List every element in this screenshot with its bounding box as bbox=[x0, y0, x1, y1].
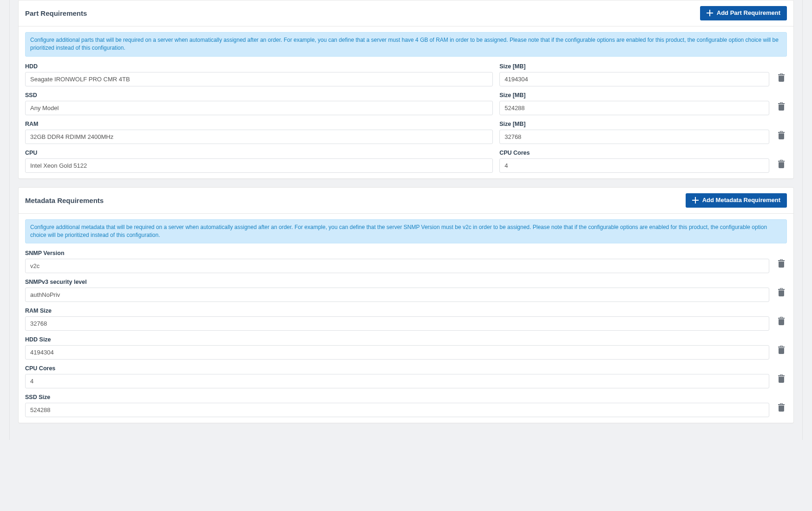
add-metadata-requirement-button[interactable]: Add Metadata Requirement bbox=[686, 193, 787, 208]
delete-metadata-button[interactable] bbox=[776, 373, 787, 385]
part-size-label: Size [MB] bbox=[499, 63, 769, 70]
delete-part-button[interactable] bbox=[776, 129, 787, 141]
part-type-label: SSD bbox=[25, 92, 493, 98]
metadata-label: HDD Size bbox=[25, 336, 769, 343]
part-row: RAM Size [MB] bbox=[25, 121, 787, 144]
part-info-box: Configure additional parts that will be … bbox=[25, 32, 787, 57]
trash-icon bbox=[778, 102, 785, 111]
part-type-input[interactable] bbox=[25, 101, 493, 115]
metadata-info-box: Configure additional metadata that will … bbox=[25, 219, 787, 244]
panel-header: Part Requirements Add Part Requirement bbox=[19, 0, 793, 26]
info-text: Configure additional metadata that will … bbox=[30, 224, 533, 230]
part-row: SSD Size [MB] bbox=[25, 92, 787, 115]
metadata-row: SSD Size bbox=[25, 394, 787, 417]
part-size-input[interactable] bbox=[499, 130, 769, 144]
trash-icon bbox=[778, 73, 785, 82]
delete-part-button[interactable] bbox=[776, 100, 787, 112]
part-type-input[interactable] bbox=[25, 130, 493, 144]
part-row: HDD Size [MB] bbox=[25, 63, 787, 86]
metadata-input[interactable] bbox=[25, 316, 769, 331]
part-size-input[interactable] bbox=[499, 72, 769, 86]
metadata-input[interactable] bbox=[25, 374, 769, 388]
delete-metadata-button[interactable] bbox=[776, 344, 787, 356]
trash-icon bbox=[778, 160, 785, 168]
part-type-input[interactable] bbox=[25, 72, 493, 86]
metadata-label: SSD Size bbox=[25, 394, 769, 400]
plus-icon bbox=[707, 10, 713, 16]
trash-icon bbox=[778, 259, 785, 268]
info-text: Configure additional parts that will be … bbox=[30, 37, 510, 43]
trash-icon bbox=[778, 403, 785, 412]
metadata-input[interactable] bbox=[25, 288, 769, 302]
part-size-label: Size [MB] bbox=[499, 121, 769, 127]
part-type-input[interactable] bbox=[25, 158, 493, 173]
add-part-requirement-button[interactable]: Add Part Requirement bbox=[700, 6, 787, 20]
metadata-label: CPU Cores bbox=[25, 365, 769, 372]
part-type-label: HDD bbox=[25, 63, 493, 70]
part-type-label: RAM bbox=[25, 121, 493, 127]
metadata-input[interactable] bbox=[25, 345, 769, 360]
metadata-label: RAM Size bbox=[25, 308, 769, 314]
delete-part-button[interactable] bbox=[776, 158, 787, 170]
trash-icon bbox=[778, 346, 785, 354]
panel-header: Metadata Requirements Add Metadata Requi… bbox=[19, 188, 793, 214]
part-size-input[interactable] bbox=[499, 158, 769, 173]
part-requirements-panel: Part Requirements Add Part Requirement C… bbox=[18, 0, 794, 179]
delete-metadata-button[interactable] bbox=[776, 315, 787, 327]
part-size-label: CPU Cores bbox=[499, 150, 769, 156]
trash-icon bbox=[778, 131, 785, 139]
panel-title: Metadata Requirements bbox=[25, 197, 104, 204]
plus-icon bbox=[692, 197, 699, 203]
metadata-row: HDD Size bbox=[25, 336, 787, 360]
trash-icon bbox=[778, 374, 785, 383]
metadata-label: SNMPv3 security level bbox=[25, 279, 769, 285]
delete-metadata-button[interactable] bbox=[776, 257, 787, 269]
panel-title: Part Requirements bbox=[25, 9, 87, 17]
delete-metadata-button[interactable] bbox=[776, 286, 787, 298]
metadata-row: SNMPv3 security level bbox=[25, 279, 787, 302]
metadata-row: CPU Cores bbox=[25, 365, 787, 388]
metadata-requirements-panel: Metadata Requirements Add Metadata Requi… bbox=[18, 187, 794, 424]
part-size-input[interactable] bbox=[499, 101, 769, 115]
part-row: CPU CPU Cores bbox=[25, 150, 787, 173]
metadata-row: RAM Size bbox=[25, 308, 787, 331]
delete-metadata-button[interactable] bbox=[776, 401, 787, 413]
delete-part-button[interactable] bbox=[776, 72, 787, 84]
metadata-label: SNMP Version bbox=[25, 250, 769, 256]
part-size-label: Size [MB] bbox=[499, 92, 769, 98]
part-type-label: CPU bbox=[25, 150, 493, 156]
trash-icon bbox=[778, 288, 785, 296]
metadata-input[interactable] bbox=[25, 259, 769, 273]
metadata-input[interactable] bbox=[25, 403, 769, 417]
button-label: Add Metadata Requirement bbox=[702, 197, 780, 204]
metadata-row: SNMP Version bbox=[25, 250, 787, 273]
button-label: Add Part Requirement bbox=[717, 9, 780, 17]
trash-icon bbox=[778, 317, 785, 325]
